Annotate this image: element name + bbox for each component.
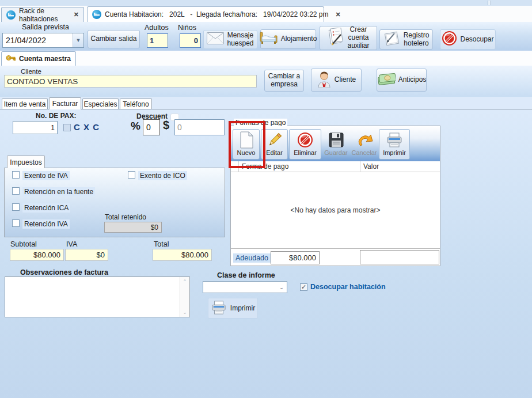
column-divider <box>360 161 360 172</box>
clase-informe-combobox[interactable]: ⌄ <box>203 281 287 293</box>
cliente-value: CONTADO VENTAS <box>7 77 78 86</box>
payment-entry-field[interactable] <box>360 250 439 264</box>
ninos-field[interactable]: 0 <box>180 33 201 48</box>
top-splitter <box>488 1 491 5</box>
retencion-ica-label: Retención ICA <box>22 203 70 213</box>
imprimir-button[interactable]: Imprimir <box>208 298 258 319</box>
impuestos-tab-label: Impuestos <box>10 158 41 166</box>
undo-icon <box>356 131 373 149</box>
retencion-iva-checkbox[interactable] <box>12 219 20 227</box>
cambiar-salida-button[interactable]: Cambiar salida <box>88 30 140 48</box>
no-entry-icon <box>442 31 457 48</box>
chevron-down-icon[interactable]: ⌄ <box>276 282 287 293</box>
retencion-fuente-checkbox[interactable] <box>12 187 20 195</box>
desocupar-habitacion-label: Desocupar habitación <box>310 283 386 291</box>
printer-icon <box>386 131 403 149</box>
observaciones-label: Observaciones de factura <box>20 268 108 276</box>
imprimir-fp-button[interactable]: Imprimir <box>379 129 410 160</box>
close-icon[interactable]: ✕ <box>74 11 79 18</box>
tab-cuenta-maestra[interactable]: Cuenta maestra <box>1 51 76 66</box>
cancelar-button[interactable]: Cancelar <box>351 129 378 160</box>
eliminar-button[interactable]: Eliminar <box>289 129 321 160</box>
registro-hotelero-button[interactable]: Registro hotelero <box>379 29 433 50</box>
close-icon[interactable]: ✕ <box>336 11 341 18</box>
total-label: Total <box>154 240 169 248</box>
exento-iva-label: Exento de IVA <box>22 171 70 180</box>
tab-telefono[interactable]: Teléfono <box>120 98 152 109</box>
exento-iva-checkbox[interactable] <box>12 171 20 179</box>
save-icon <box>328 131 344 149</box>
cliente-button[interactable]: Cliente <box>311 69 362 92</box>
mensaje-huesped-button[interactable]: Mensaje huesped <box>203 30 257 49</box>
tab-facturar[interactable]: Facturar <box>49 97 81 109</box>
iva-value: $0 <box>97 251 105 259</box>
pax-field[interactable]: 1 <box>13 121 58 134</box>
salida-prevista-label: Salida prevista <box>22 23 69 31</box>
tab-especiales[interactable]: Especiales <box>82 98 119 109</box>
tab-cuenta-habitacion[interactable]: Cuenta Habitacion: 202L - Llegada fecha/… <box>87 6 324 22</box>
adeudado-label: Adeudado <box>233 253 271 263</box>
subtotal-value: $80.000 <box>33 251 60 259</box>
col-forma-de-pago[interactable]: Forma de pago <box>242 162 288 170</box>
column-divider <box>238 161 239 172</box>
anticipos-button[interactable]: Anticipos <box>377 69 427 92</box>
nuevo-button[interactable]: Nuevo <box>233 129 260 160</box>
tab-rack-de-habitaciones[interactable]: Rack de habitaciones ✕ <box>1 7 84 22</box>
percent-sign: % <box>131 120 140 132</box>
iva-field: $0 <box>65 249 108 261</box>
editar-label: Editar <box>266 149 283 156</box>
alojamiento-label: Alojamiento <box>281 35 317 43</box>
total-field: $80.000 <box>153 249 212 261</box>
retencion-ica-checkbox[interactable] <box>12 203 20 211</box>
cxc-checkbox[interactable] <box>63 124 71 131</box>
desocupar-habitacion-checkbox[interactable]: ✓ <box>300 283 307 291</box>
ninos-label: Niños <box>178 24 196 32</box>
descuento-dollar-field[interactable]: 0 <box>174 119 225 135</box>
adeudado-value: $80.000 <box>289 253 316 262</box>
subtotal-field: $80.000 <box>10 249 64 261</box>
tab-label: Teléfono <box>123 100 149 108</box>
tab-impuestos[interactable]: Impuestos <box>7 156 45 168</box>
adultos-value: 1 <box>150 36 154 45</box>
cliente-button-label: Cliente <box>335 76 356 84</box>
adultos-label: Adultos <box>145 24 169 32</box>
observaciones-textarea[interactable]: ⌃ ⌄ <box>5 276 190 317</box>
scroll-up-icon[interactable]: ⌃ <box>183 279 187 285</box>
editar-button[interactable]: Editar <box>261 129 288 160</box>
dollar-sign: $ <box>163 119 169 132</box>
cambiar-salida-label: Cambiar salida <box>90 35 136 43</box>
guardar-label: Guardar <box>324 149 347 156</box>
app-window: Rack de habitaciones ✕ Cuenta Habitacion… <box>0 0 532 398</box>
chevron-down-icon[interactable]: ▼ <box>73 33 83 47</box>
cliente-field[interactable]: CONTADO VENTAS <box>4 75 257 88</box>
retencion-iva-label: Retención IVA <box>22 219 70 229</box>
registro-hotelero-label: Registro hotelero <box>404 32 430 48</box>
adeudado-field[interactable]: $80.000 <box>271 251 320 264</box>
scroll-down-icon[interactable]: ⌄ <box>183 309 187 315</box>
alojamiento-button[interactable]: Alojamiento <box>260 29 316 49</box>
scrollbar[interactable]: ⌃ ⌄ <box>180 277 189 317</box>
guardar-button[interactable]: Guardar <box>322 129 349 160</box>
desocupar-button[interactable]: Desocupar <box>440 29 496 50</box>
paper-pen-icon <box>383 31 401 48</box>
cambiar-a-empresa-button[interactable]: Cambiar a empresa <box>264 70 304 92</box>
adultos-field[interactable]: 1 <box>147 33 168 48</box>
salida-prevista-combobox[interactable]: 21/04/2022 ▼ <box>2 33 84 48</box>
account-tab-strip <box>0 51 532 66</box>
tab-item-de-venta[interactable]: Item de venta <box>2 98 48 109</box>
bed-icon <box>260 31 278 47</box>
subtotal-label: Subtotal <box>10 240 37 248</box>
crear-cuenta-auxiliar-button[interactable]: Crear cuenta auxiliar <box>320 26 377 50</box>
exento-ico-checkbox[interactable] <box>128 171 135 179</box>
retencion-fuente-label: Retención en la fuente <box>22 187 95 196</box>
cambiar-a-empresa-label: Cambiar a empresa <box>268 73 300 89</box>
printer-icon <box>211 300 227 317</box>
salida-prevista-value: 21/04/2022 <box>3 36 73 45</box>
descuento-percent-field[interactable]: 0 <box>143 119 160 135</box>
payments-table-body: <No hay datos para mostrar> <box>231 172 440 249</box>
col-valor[interactable]: Valor <box>363 162 379 170</box>
envelope-icon <box>207 32 224 47</box>
tab-label: Item de venta <box>4 100 46 108</box>
room-tab-icon <box>92 10 101 19</box>
eliminar-label: Eliminar <box>294 149 317 156</box>
